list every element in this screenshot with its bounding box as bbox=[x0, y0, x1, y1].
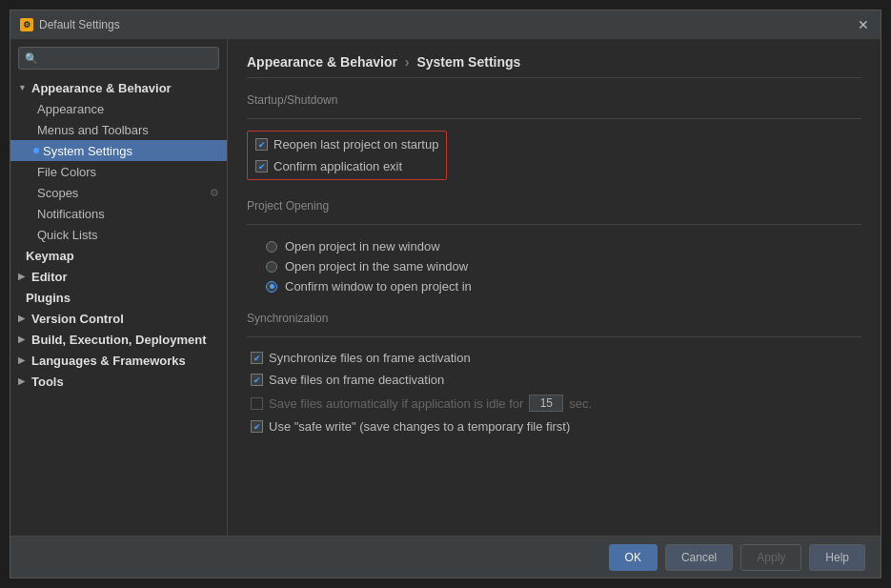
sidebar-item-notifications[interactable]: Notifications bbox=[10, 203, 227, 224]
sidebar-item-languages[interactable]: ▶ Languages & Frameworks bbox=[10, 350, 227, 371]
open-same-window-label: Open project in the same window bbox=[285, 259, 468, 274]
sidebar-item-label: Notifications bbox=[37, 207, 105, 221]
save-idle-input[interactable] bbox=[529, 395, 563, 412]
highlighted-group-startup: Reopen last project on startup Confirm a… bbox=[247, 131, 447, 180]
dialog: ⚙ Default Settings ✕ 🔍 ▼ Appearance & Be… bbox=[10, 10, 881, 578]
breadcrumb-part2: System Settings bbox=[416, 54, 520, 70]
startup-shutdown-label: Startup/Shutdown bbox=[247, 93, 861, 107]
search-icon: 🔍 bbox=[25, 52, 38, 65]
sidebar-item-plugins[interactable]: Plugins bbox=[10, 287, 227, 308]
sidebar-item-label: Appearance bbox=[37, 102, 104, 116]
sidebar-item-label: Languages & Frameworks bbox=[31, 354, 186, 368]
project-opening-label: Project Opening bbox=[247, 199, 861, 213]
confirm-exit-row[interactable]: Confirm application exit bbox=[255, 157, 438, 175]
sidebar-item-build-execution[interactable]: ▶ Build, Execution, Deployment bbox=[10, 329, 227, 350]
help-button[interactable]: Help bbox=[809, 544, 865, 571]
open-same-window-radio[interactable] bbox=[266, 261, 277, 273]
open-new-window-label: Open project in new window bbox=[285, 239, 440, 253]
confirm-window-row[interactable]: Confirm window to open project in bbox=[247, 276, 861, 296]
expand-arrow-icon: ▶ bbox=[18, 335, 28, 344]
sidebar-item-label: System Settings bbox=[43, 144, 132, 158]
cancel-button[interactable]: Cancel bbox=[665, 544, 733, 571]
sync-files-row[interactable]: Synchronize files on frame activation bbox=[247, 349, 861, 367]
sidebar-item-version-control[interactable]: ▶ Version Control bbox=[10, 308, 227, 329]
sidebar-item-menus-toolbars[interactable]: Menus and Toolbars bbox=[10, 119, 227, 140]
breadcrumb-part1: Appearance & Behavior bbox=[247, 54, 397, 70]
expand-arrow-icon: ▶ bbox=[18, 376, 28, 386]
sidebar-item-label: Editor bbox=[31, 270, 68, 284]
safe-write-checkbox[interactable] bbox=[251, 420, 263, 433]
app-icon: ⚙ bbox=[20, 18, 33, 31]
save-deactivation-label: Save files on frame deactivation bbox=[269, 373, 444, 387]
save-idle-row[interactable]: Save files automatically if application … bbox=[247, 393, 861, 414]
confirm-exit-checkbox[interactable] bbox=[255, 160, 268, 172]
main-panel: Appearance & Behavior › System Settings … bbox=[228, 39, 881, 536]
search-input[interactable] bbox=[42, 51, 213, 65]
confirm-exit-label: Confirm application exit bbox=[273, 159, 402, 173]
content-area: 🔍 ▼ Appearance & Behavior Appearance Men… bbox=[10, 39, 881, 536]
sidebar-item-label: Scopes bbox=[37, 186, 78, 200]
ok-button[interactable]: OK bbox=[609, 544, 658, 571]
expand-arrow-icon: ▶ bbox=[18, 314, 28, 323]
sidebar-item-scopes[interactable]: Scopes ⚙ bbox=[10, 182, 227, 203]
confirm-window-label: Confirm window to open project in bbox=[285, 279, 472, 294]
sidebar-item-label: Menus and Toolbars bbox=[37, 123, 149, 137]
title-bar-left: ⚙ Default Settings bbox=[20, 18, 120, 31]
divider-startup bbox=[247, 118, 861, 119]
breadcrumb: Appearance & Behavior › System Settings bbox=[247, 54, 861, 78]
expand-arrow-icon: ▼ bbox=[18, 83, 28, 92]
apply-button[interactable]: Apply bbox=[740, 544, 801, 571]
sidebar-item-label: Version Control bbox=[31, 312, 124, 326]
breadcrumb-separator: › bbox=[405, 54, 410, 70]
sidebar-item-appearance[interactable]: Appearance bbox=[10, 98, 227, 119]
sidebar-item-label: Tools bbox=[31, 375, 64, 389]
reopen-last-project-row[interactable]: Reopen last project on startup bbox=[255, 135, 438, 153]
sidebar-item-file-colors[interactable]: File Colors bbox=[10, 161, 227, 182]
open-same-window-row[interactable]: Open project in the same window bbox=[247, 256, 861, 276]
divider-project bbox=[247, 224, 861, 225]
save-idle-unit: sec. bbox=[569, 396, 592, 411]
save-idle-checkbox[interactable] bbox=[251, 397, 263, 410]
open-new-window-row[interactable]: Open project in new window bbox=[247, 236, 861, 256]
sync-files-checkbox[interactable] bbox=[251, 352, 263, 364]
sidebar-item-editor[interactable]: ▶ Editor bbox=[10, 266, 227, 287]
sidebar: 🔍 ▼ Appearance & Behavior Appearance Men… bbox=[10, 39, 228, 536]
save-deactivation-row[interactable]: Save files on frame deactivation bbox=[247, 371, 861, 389]
expand-arrow-icon: ▶ bbox=[18, 355, 28, 365]
divider-sync bbox=[247, 336, 861, 337]
sync-files-label: Synchronize files on frame activation bbox=[269, 351, 471, 365]
sidebar-item-appearance-behavior[interactable]: ▼ Appearance & Behavior bbox=[10, 77, 227, 98]
confirm-window-radio[interactable] bbox=[266, 281, 277, 293]
sidebar-item-tools[interactable]: ▶ Tools bbox=[10, 371, 227, 392]
expand-arrow-icon: ▶ bbox=[18, 272, 28, 281]
safe-write-label: Use "safe write" (save changes to a temp… bbox=[269, 419, 570, 434]
sidebar-item-label: Quick Lists bbox=[37, 228, 98, 242]
sidebar-item-quick-lists[interactable]: Quick Lists bbox=[10, 224, 227, 245]
footer: OK Cancel Apply Help bbox=[10, 536, 881, 578]
save-idle-label: Save files automatically if application … bbox=[269, 396, 523, 411]
save-deactivation-checkbox[interactable] bbox=[251, 374, 263, 386]
sidebar-item-system-settings[interactable]: System Settings bbox=[10, 140, 227, 161]
scopes-settings-icon: ⚙ bbox=[210, 187, 219, 199]
sidebar-item-keymap[interactable]: Keymap bbox=[10, 245, 227, 266]
sidebar-item-label: Keymap bbox=[26, 249, 74, 263]
sidebar-item-label: Plugins bbox=[26, 291, 71, 305]
sidebar-item-label: File Colors bbox=[37, 165, 96, 179]
reopen-last-project-checkbox[interactable] bbox=[255, 138, 268, 151]
active-bullet-icon bbox=[33, 148, 39, 153]
sidebar-item-label: Appearance & Behavior bbox=[31, 81, 172, 95]
synchronization-label: Synchronization bbox=[247, 312, 861, 325]
safe-write-row[interactable]: Use "safe write" (save changes to a temp… bbox=[247, 417, 861, 436]
open-new-window-radio[interactable] bbox=[266, 241, 277, 253]
sidebar-item-label: Build, Execution, Deployment bbox=[31, 333, 206, 347]
title-bar: ⚙ Default Settings ✕ bbox=[10, 10, 881, 39]
reopen-last-project-label: Reopen last project on startup bbox=[273, 137, 438, 152]
search-box: 🔍 bbox=[18, 47, 219, 70]
close-button[interactable]: ✕ bbox=[856, 17, 871, 32]
dialog-title: Default Settings bbox=[39, 18, 120, 31]
